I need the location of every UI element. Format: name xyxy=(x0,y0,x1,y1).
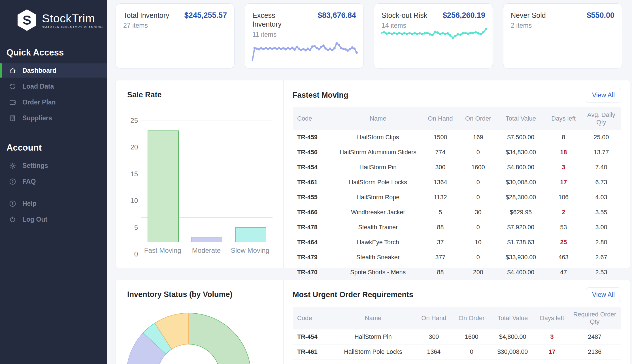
urgent-orders-section: Most Urgent Order Requirements View All … xyxy=(284,280,630,364)
cell-on-hand: 300 xyxy=(414,329,454,344)
card-item-count: 2 items xyxy=(511,22,546,29)
cell-on-hand: 774 xyxy=(421,145,460,160)
cell-on-order: 0 xyxy=(460,190,496,205)
sidebar-item-log-out[interactable]: Log Out xyxy=(0,212,107,226)
cell-on-hand: 1132 xyxy=(421,190,460,205)
app-root: S StockTrim SMARTER INVENTORY PLANNING Q… xyxy=(0,0,632,364)
sidebar: S StockTrim SMARTER INVENTORY PLANNING Q… xyxy=(0,0,107,364)
sidebar-item-order-plan[interactable]: Order Plan xyxy=(0,95,107,109)
table-row[interactable]: TR-479Stealth Sneaker3770$33,930.004632.… xyxy=(293,250,621,265)
card-value: $256,260.19 xyxy=(443,11,485,20)
cell-name: HailStorm Rope xyxy=(335,190,421,205)
inventory-status-title: Inventory Status (by Volume) xyxy=(127,290,283,299)
sidebar-item-help[interactable]: Help xyxy=(0,196,107,211)
cell-total-value: $34,830.00 xyxy=(496,145,546,160)
cell-on-order: 30 xyxy=(460,205,496,220)
table-row[interactable]: TR-470Sprite Shorts - Mens88200$4,400.00… xyxy=(293,265,621,280)
table-row[interactable]: TR-461HailStorm Pole Locks13640$30,008.0… xyxy=(293,175,621,190)
table-row[interactable]: TR-458HailStorm Rafters680$1,904.003899 xyxy=(293,359,621,364)
cell-days-left: 463 xyxy=(545,250,581,265)
sidebar-nav: Quick AccessDashboardLoad DataOrder Plan… xyxy=(0,48,107,226)
cell-on-order: 0 xyxy=(460,220,496,235)
svg-text:?: ? xyxy=(12,180,14,184)
column-header: On Hand xyxy=(421,107,460,130)
brand: S StockTrim SMARTER INVENTORY PLANNING xyxy=(0,0,107,33)
main-content: Total Inventory27 items$245,255.57Excess… xyxy=(107,0,632,364)
table-row[interactable]: TR-459HailStorm Clips1500169$7,500.00825… xyxy=(293,130,621,145)
cell-code: TR-479 xyxy=(293,250,335,265)
table-row[interactable]: TR-478Stealth Trainer880$7,920.00533.00 xyxy=(293,220,621,235)
table-row[interactable]: TR-461HailStorm Pole Locks13640$30,008.0… xyxy=(293,344,621,359)
sale-rate-section: Sale Rate 0510152025 Fast MovingModerate… xyxy=(116,80,284,268)
column-header: Days left xyxy=(545,107,581,130)
inventory-status-donut-chart xyxy=(125,312,252,364)
building-icon xyxy=(9,114,16,122)
wallet-icon xyxy=(9,99,16,106)
cell-code: TR-461 xyxy=(293,175,335,190)
card-item-count: 27 items xyxy=(123,22,169,29)
question-circle-icon: ? xyxy=(9,178,16,185)
sale-rate-and-fastest-moving-panel: Sale Rate 0510152025 Fast MovingModerate… xyxy=(116,80,630,268)
card-value: $83,676.84 xyxy=(318,11,356,20)
cell-code: TR-456 xyxy=(293,145,335,160)
cell-on-order: 0 xyxy=(454,344,490,359)
cell-days-left: 3 xyxy=(536,329,569,344)
cell-avg-daily-qty: 2.53 xyxy=(582,265,621,280)
urgent-orders-view-all-button[interactable]: View All xyxy=(586,287,621,302)
fastest-moving-title: Fastest Moving xyxy=(293,91,348,100)
cell-avg-daily-qty: 7.40 xyxy=(582,160,621,175)
inventory-status-section: Inventory Status (by Volume) xyxy=(116,280,284,364)
urgent-orders-title: Most Urgent Order Requirements xyxy=(293,290,413,299)
sale-rate-bar-chart: 0510152025 Fast MovingModerateSlow Movin… xyxy=(141,121,272,254)
cell-name: HailStorm Pin xyxy=(332,329,414,344)
cell-on-order: 0 xyxy=(460,250,496,265)
sidebar-item-suppliers[interactable]: Suppliers xyxy=(0,111,107,125)
sync-icon xyxy=(9,83,16,90)
cell-total-value: $4,800.00 xyxy=(496,160,546,175)
table-row[interactable]: TR-454HailStorm Pin3001600$4,800.0032487 xyxy=(293,329,621,344)
fastest-moving-table: CodeNameOn HandOn OrderTotal ValueDays l… xyxy=(293,107,621,280)
cell-on-hand: 5 xyxy=(421,205,460,220)
cell-name: HailStorm Pin xyxy=(335,160,421,175)
cell-total-value: $4,800.00 xyxy=(490,329,535,344)
bar-chart-x-axis: Fast MovingModerateSlow Moving xyxy=(141,247,272,254)
table-row[interactable]: TR-466Windbreaker Jacket530$629.9523.55 xyxy=(293,205,621,220)
bar-chart-plot xyxy=(141,121,273,242)
cell-code: TR-458 xyxy=(293,359,332,364)
cell-days-left: 17 xyxy=(545,175,581,190)
cell-avg-daily-qty: 4.03 xyxy=(582,190,621,205)
table-row[interactable]: TR-455HailStorm Rope11320$28,300.001064.… xyxy=(293,190,621,205)
cell-days-left: 3 xyxy=(545,160,581,175)
column-header: On Order xyxy=(460,107,496,130)
cell-total-value: $1,904.00 xyxy=(490,359,535,364)
gear-icon xyxy=(9,162,16,170)
cell-name: HailStorm Aluminium Sliders xyxy=(335,145,421,160)
summary-card-total-inventory: Total Inventory27 items$245,255.57 xyxy=(116,3,235,68)
cell-name: HailStorm Clips xyxy=(335,130,421,145)
column-header: Name xyxy=(332,307,414,329)
cell-code: TR-470 xyxy=(293,265,335,280)
cell-required-order-qty: 2136 xyxy=(569,344,621,359)
summary-card-never-sold: Never Sold2 items$550.00 xyxy=(503,3,622,68)
table-row[interactable]: TR-464HawkEye Torch3710$1,738.63252.80 xyxy=(293,235,621,250)
cell-name: Stealth Trainer xyxy=(335,220,421,235)
column-header: Code xyxy=(293,307,332,329)
column-header: Avg. Daily Qty xyxy=(582,107,621,130)
card-value: $245,255.57 xyxy=(184,11,227,20)
sidebar-item-settings[interactable]: Settings xyxy=(0,159,107,173)
nav-section-heading: Account xyxy=(0,143,107,153)
table-row[interactable]: TR-456HailStorm Aluminium Sliders7740$34… xyxy=(293,145,621,160)
cell-name: HailStorm Pole Locks xyxy=(332,344,414,359)
cell-on-order: 10 xyxy=(460,235,496,250)
sidebar-item-load-data[interactable]: Load Data xyxy=(0,79,107,93)
cell-total-value: $30,008.00 xyxy=(496,175,546,190)
sidebar-item-dashboard[interactable]: Dashboard xyxy=(0,63,107,78)
fastest-moving-view-all-button[interactable]: View All xyxy=(586,88,621,103)
card-value: $550.00 xyxy=(587,11,614,20)
cell-total-value: $30,008.00 xyxy=(490,344,535,359)
table-row[interactable]: TR-454HailStorm Pin3001600$4,800.0037.40 xyxy=(293,160,621,175)
cell-total-value: $4,400.00 xyxy=(496,265,546,280)
bar-moderate xyxy=(191,237,222,242)
sidebar-item-faq[interactable]: ?FAQ xyxy=(0,174,107,189)
cell-on-order: 1600 xyxy=(460,160,496,175)
